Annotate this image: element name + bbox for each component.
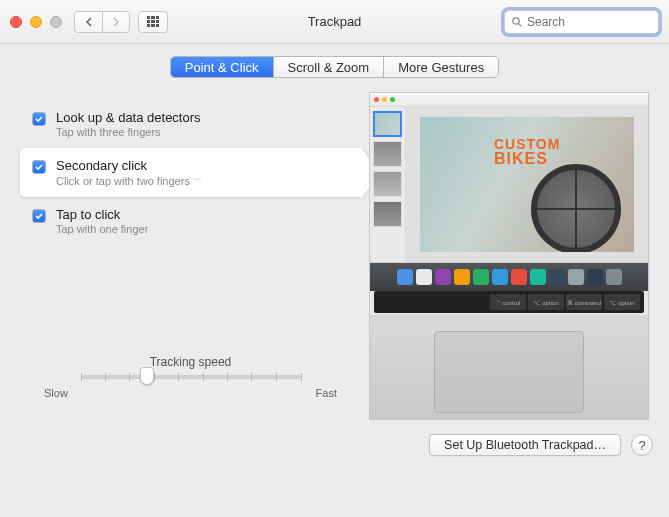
option-sub: Tap with three fingers [56,126,201,138]
gesture-preview: CUSTOM BIKES [369,92,649,420]
close-window-button[interactable] [10,16,22,28]
tab-point-click[interactable]: Point & Click [171,57,274,77]
tracking-speed-label: Tracking speed [44,355,337,369]
checkbox-secondary[interactable] [32,160,46,174]
option-sub-text: Click or tap with two fingers [56,175,190,187]
preview-screen: CUSTOM BIKES [370,93,648,263]
preview-page: CUSTOM BIKES [420,117,634,252]
option-title: Tap to click [56,207,148,222]
tracking-speed-section: Tracking speed [20,355,361,409]
checkbox-lookup[interactable] [32,112,46,126]
chevron-down-icon: ﹀ [193,174,202,187]
search-field[interactable] [504,10,659,34]
preview-headline: CUSTOM BIKES [494,137,560,167]
back-button[interactable] [74,11,102,33]
tab-label: Scroll & Zoom [288,60,370,75]
tab-more-gestures[interactable]: More Gestures [384,57,498,77]
preview-touchbar: ⌃ control ⌥ option ⌘ command ⌥ option [374,291,644,313]
option-title: Secondary click [56,158,202,173]
minimize-window-button[interactable] [30,16,42,28]
tab-scroll-zoom[interactable]: Scroll & Zoom [274,57,385,77]
tabs: Point & Click Scroll & Zoom More Gesture… [20,56,649,78]
option-tap-to-click[interactable]: Tap to click Tap with one finger [20,197,361,245]
zoom-window-button [50,16,62,28]
option-secondary-click[interactable]: Secondary click Click or tap with two fi… [20,148,361,197]
tab-label: Point & Click [185,60,259,75]
preview-dock [370,263,648,291]
svg-line-1 [519,23,522,26]
nav-buttons [74,11,130,33]
search-input[interactable] [527,15,652,29]
search-icon [511,16,523,28]
preview-chassis [370,315,648,419]
svg-point-0 [513,17,519,23]
option-sub: Tap with one finger [56,223,148,235]
titlebar: Trackpad [0,0,669,44]
preview-trackpad [434,331,584,413]
forward-button[interactable] [102,11,130,33]
option-title: Look up & data detectors [56,110,201,125]
footer: Set Up Bluetooth Trackpad… ? [0,420,669,470]
bike-wheel-graphic [531,164,621,252]
preview-thumbnails [370,107,406,262]
help-button[interactable]: ? [631,434,653,456]
checkbox-tap[interactable] [32,209,46,223]
show-all-button[interactable] [138,11,168,33]
grid-icon [147,16,159,28]
slider-min-label: Slow [44,387,68,399]
slider-knob[interactable] [140,367,154,385]
tab-label: More Gestures [398,60,484,75]
option-sub-dropdown[interactable]: Click or tap with two fingers ﹀ [56,174,202,187]
option-lookup[interactable]: Look up & data detectors Tap with three … [20,100,361,148]
slider-max-label: Fast [316,387,337,399]
tracking-speed-slider[interactable] [81,375,301,379]
setup-bluetooth-button[interactable]: Set Up Bluetooth Trackpad… [429,434,621,456]
window-controls [10,16,62,28]
